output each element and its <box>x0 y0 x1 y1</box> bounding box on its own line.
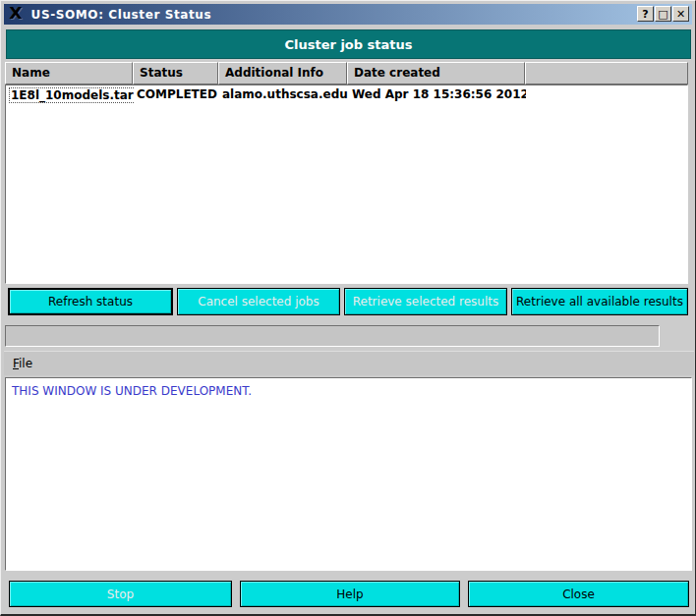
development-notice-text: THIS WINDOW IS UNDER DEVELOPMENT. <box>12 384 252 398</box>
progress-bar <box>5 325 660 347</box>
column-header-date-created[interactable]: Date created <box>347 62 525 84</box>
x11-logo-icon: X <box>9 4 22 25</box>
cell-status: COMPLETED <box>134 87 219 103</box>
maximize-window-button[interactable]: □ <box>655 6 671 22</box>
window-title: US-SOMO: Cluster Status <box>31 8 212 22</box>
retrieve-all-results-button[interactable]: Retrieve all available results <box>511 288 688 315</box>
help-window-button[interactable]: ? <box>637 6 654 22</box>
refresh-status-button[interactable]: Refresh status <box>8 288 173 315</box>
close-window-button[interactable]: ✕ <box>672 6 689 22</box>
table-row[interactable]: 1E8l_10models.tar COMPLETED alamo.uthscs… <box>6 85 687 103</box>
cell-name[interactable]: 1E8l_10models.tar <box>6 87 134 103</box>
cell-empty <box>526 87 687 103</box>
cell-date-created: Wed Apr 18 15:36:56 2012 <box>348 87 526 103</box>
close-button[interactable]: Close <box>468 581 689 607</box>
cell-additional-info: alamo.uthscsa.edu <box>219 87 348 103</box>
column-header-additional-info[interactable]: Additional Info <box>218 62 347 84</box>
cluster-status-window: X US-SOMO: Cluster Status ? □ ✕ Cluster … <box>0 0 696 616</box>
titlebar[interactable]: X US-SOMO: Cluster Status ? □ ✕ <box>4 4 692 25</box>
window-controls: ? □ ✕ <box>637 6 689 22</box>
menu-file[interactable]: File <box>4 353 41 374</box>
column-header-empty <box>525 62 688 84</box>
table-header: Name Status Additional Info Date created <box>5 62 688 84</box>
column-header-status[interactable]: Status <box>133 62 218 84</box>
cell-name-text: 1E8l_10models.tar <box>9 87 134 103</box>
stop-button: Stop <box>9 581 232 607</box>
page-title: Cluster job status <box>6 29 691 59</box>
cancel-selected-jobs-button: Cancel selected jobs <box>177 288 340 315</box>
table-body: 1E8l_10models.tar COMPLETED alamo.uthscs… <box>5 84 688 284</box>
job-table: Name Status Additional Info Date created… <box>5 62 688 284</box>
help-button[interactable]: Help <box>240 581 460 607</box>
development-text-area[interactable]: THIS WINDOW IS UNDER DEVELOPMENT. <box>5 377 692 571</box>
column-header-name[interactable]: Name <box>5 62 133 84</box>
menubar: File <box>4 351 694 375</box>
retrieve-selected-results-button: Retrieve selected results <box>344 288 507 315</box>
